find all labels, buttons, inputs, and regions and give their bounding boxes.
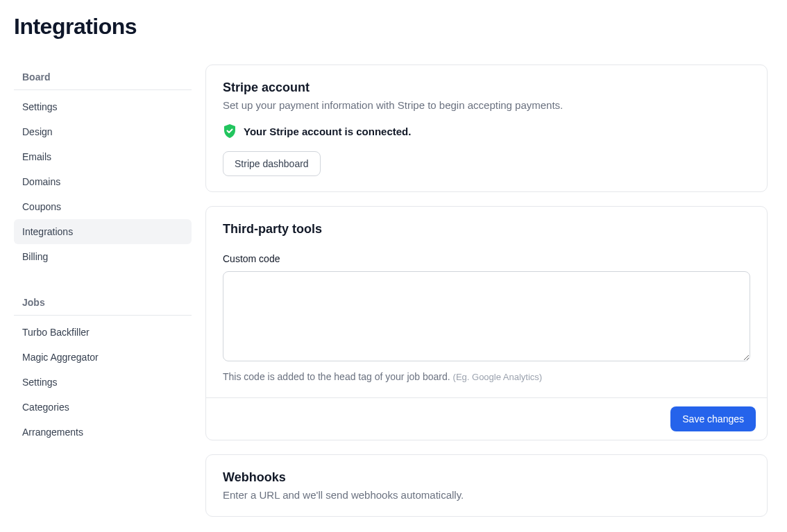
stripe-title: Stripe account	[223, 80, 750, 95]
main-content: Stripe account Set up your payment infor…	[205, 65, 768, 531]
stripe-dashboard-button[interactable]: Stripe dashboard	[223, 151, 321, 176]
layout: Board Settings Design Emails Domains Cou…	[14, 65, 768, 531]
sidebar-section-jobs: Jobs Turbo Backfiller Magic Aggregator S…	[14, 290, 192, 445]
sidebar-item-domains[interactable]: Domains	[14, 169, 192, 194]
sidebar-item-billing[interactable]: Billing	[14, 244, 192, 269]
stripe-status-row: Your Stripe account is connected.	[223, 123, 750, 139]
stripe-status-text: Your Stripe account is connected.	[244, 126, 411, 137]
sidebar-item-categories[interactable]: Categories	[14, 395, 192, 420]
sidebar-item-arrangements[interactable]: Arrangements	[14, 420, 192, 445]
sidebar-section-title: Jobs	[14, 290, 192, 316]
sidebar-item-magic-aggregator[interactable]: Magic Aggregator	[14, 345, 192, 370]
custom-code-help-example: (Eg. Google Analytics)	[453, 372, 543, 382]
webhooks-card: Webhooks Enter a URL and we'll send webh…	[205, 454, 768, 517]
stripe-description: Set up your payment information with Str…	[223, 99, 750, 111]
sidebar-item-coupons[interactable]: Coupons	[14, 194, 192, 219]
sidebar-item-turbo-backfiller[interactable]: Turbo Backfiller	[14, 320, 192, 345]
sidebar-section-title: Board	[14, 65, 192, 90]
custom-code-input[interactable]	[223, 271, 750, 361]
webhooks-title: Webhooks	[223, 470, 750, 485]
sidebar: Board Settings Design Emails Domains Cou…	[14, 65, 192, 531]
third-party-title: Third-party tools	[223, 222, 750, 237]
shield-check-icon	[223, 123, 237, 139]
sidebar-item-emails[interactable]: Emails	[14, 144, 192, 169]
sidebar-item-integrations[interactable]: Integrations	[14, 219, 192, 244]
custom-code-help: This code is added to the head tag of yo…	[223, 371, 750, 382]
sidebar-item-settings[interactable]: Settings	[14, 94, 192, 119]
custom-code-label: Custom code	[223, 253, 750, 264]
third-party-card: Third-party tools Custom code This code …	[205, 206, 768, 440]
webhooks-description: Enter a URL and we'll send webhooks auto…	[223, 489, 750, 501]
stripe-card: Stripe account Set up your payment infor…	[205, 65, 768, 192]
sidebar-section-board: Board Settings Design Emails Domains Cou…	[14, 65, 192, 269]
sidebar-item-design[interactable]: Design	[14, 119, 192, 144]
sidebar-item-jobs-settings[interactable]: Settings	[14, 370, 192, 395]
third-party-footer: Save changes	[206, 397, 767, 440]
save-changes-button[interactable]: Save changes	[670, 406, 756, 431]
page-title: Integrations	[14, 14, 768, 40]
custom-code-help-text: This code is added to the head tag of yo…	[223, 371, 450, 382]
